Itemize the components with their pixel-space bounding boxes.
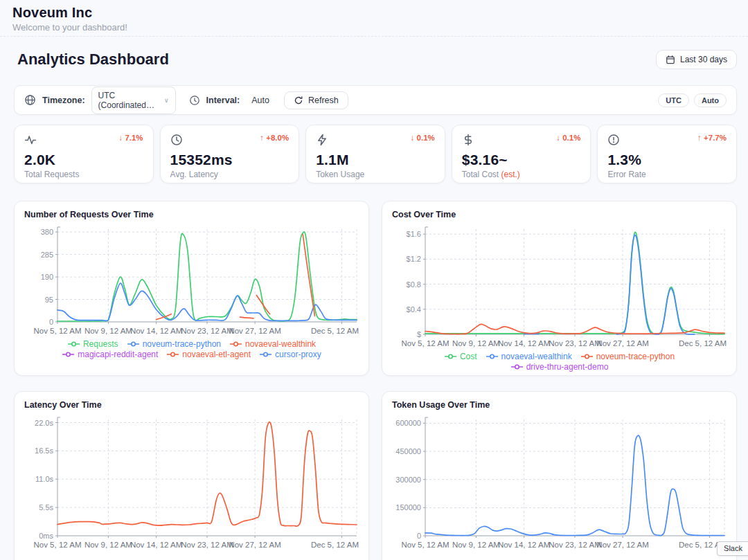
page-head: Analytics Dashboard Last 30 days [17,48,737,71]
delta-badge: ↓ 0.1% [556,134,580,142]
legend-item[interactable]: novaeval-etl-agent [166,350,251,359]
legend-marker-icon [166,351,179,358]
svg-text:Nov 14, 12 AM: Nov 14, 12 AM [498,339,550,347]
chart-canvas-tokens[interactable]: 0150000300000450000600000Nov 5, 12 AMNov… [392,413,728,551]
legend-marker-icon [229,341,242,347]
dollar-icon [462,134,474,149]
legend-item[interactable]: Cost [444,352,477,361]
svg-text:Nov 5, 12 AM: Nov 5, 12 AM [33,541,81,549]
svg-text:600000: 600000 [395,419,421,427]
timezone-select[interactable]: UTC (Coordinated… ∨ [91,87,176,114]
delta-badge: ↓ 7.1% [118,134,143,142]
chart-canvas-requests[interactable]: 095190285380Nov 5, 12 AMNov 9, 12 AMNov … [24,222,360,337]
svg-text:Nov 23, 12 AM: Nov 23, 12 AM [181,327,233,335]
clock-icon [170,134,183,149]
svg-text:450000: 450000 [395,447,421,455]
chart-card-requests: Number of Requests Over Time 09519028538… [14,201,369,376]
svg-text:Nov 27, 12 AM: Nov 27, 12 AM [596,339,648,347]
toolbar: Timezone: UTC (Coordinated… ∨ Interval: … [14,85,737,115]
interval-label: Interval: [206,96,240,105]
delta-badge: ↓ 0.1% [411,134,435,142]
legend-item[interactable]: novaeval-wealthink [486,352,572,361]
svg-text:Nov 14, 12 AM: Nov 14, 12 AM [498,541,550,549]
stat-label: Total Cost (est.) [462,170,581,179]
date-range-button[interactable]: Last 30 days [656,50,737,69]
legend-marker-icon [67,341,80,347]
stat-label: Error Rate [607,170,727,179]
interval-value: Auto [251,96,269,105]
stat-card-error-rate: ↑ +7.7% 1.3% Error Rate [597,125,737,183]
legend-item[interactable]: cursor-proxy [259,350,321,359]
svg-text:$1.2: $1.2 [407,255,421,263]
legend-item[interactable]: noveum-trace-python [127,339,221,349]
svg-text:Nov 23, 12 AM: Nov 23, 12 AM [549,339,600,347]
utc-badge: UTC [658,93,689,107]
svg-text:0ms: 0ms [39,532,53,540]
svg-text:5.5s: 5.5s [39,503,53,512]
legend-item[interactable]: magicapi-reddit-agent [62,350,158,359]
activity-icon [24,134,37,149]
svg-text:150000: 150000 [395,503,421,512]
svg-text:95: 95 [45,296,53,304]
alert-circle-icon [607,134,620,149]
chart-card-cost: Cost Over Time $$0.4$0.8$1.2$1.6Nov 5, 1… [382,201,737,376]
chart-card-latency: Latency Over Time 0ms5.5s11.0s16.5s22.0s… [14,391,369,560]
stat-value: 1.1M [316,152,435,168]
stat-card-token-usage: ↓ 0.1% 1.1M Token Usage [305,125,445,183]
chart-title: Cost Over Time [392,210,727,219]
legend-item[interactable]: noveum-trace-python [580,352,675,361]
svg-text:0: 0 [49,318,53,326]
svg-text:Nov 14, 12 AM: Nov 14, 12 AM [130,327,182,335]
chart-title: Token Usage Over Time [392,400,727,410]
svg-text:$0.4: $0.4 [407,305,421,314]
analytics-dashboard-app: Noveum Inc Welcome to your dashboard! An… [0,0,748,560]
svg-text:Dec 5, 12 AM: Dec 5, 12 AM [311,541,359,549]
stat-label: Total Requests [24,170,143,179]
clock-icon [189,95,200,106]
svg-text:Nov 23, 12 AM: Nov 23, 12 AM [181,541,233,549]
stat-label: Avg. Latency [170,170,290,179]
delta-badge: ↑ +8.0% [260,134,289,142]
stat-value: 1.3% [607,152,727,168]
svg-text:11.0s: 11.0s [35,475,54,483]
chart-canvas-cost[interactable]: $$0.4$0.8$1.2$1.6Nov 5, 12 AMNov 9, 12 A… [392,222,728,350]
page-title: Analytics Dashboard [17,51,169,69]
svg-text:16.5s: 16.5s [35,446,53,455]
svg-text:Nov 5, 12 AM: Nov 5, 12 AM [401,541,449,549]
legend-marker-icon [444,353,457,360]
svg-text:$1.6: $1.6 [407,230,421,238]
legend-item[interactable]: Requests [67,339,118,349]
legend-item[interactable]: drive-thru-agent-demo [510,362,609,372]
svg-text:285: 285 [41,251,53,259]
svg-text:Nov 5, 12 AM: Nov 5, 12 AM [401,339,449,347]
svg-text:Nov 23, 12 AM: Nov 23, 12 AM [549,541,600,549]
toolbar-badges: UTC Auto [658,93,727,107]
timezone-label: Timezone: [42,96,85,105]
svg-text:380: 380 [41,228,53,236]
legend-marker-icon [580,353,594,360]
legend-marker-icon [259,351,272,358]
legend-marker-icon [127,341,140,347]
refresh-button[interactable]: Refresh [284,91,348,109]
legend-item[interactable]: novaeval-wealthink [229,339,316,349]
legend-marker-icon [486,353,499,360]
svg-text:Nov 9, 12 AM: Nov 9, 12 AM [84,327,132,335]
chart-canvas-latency[interactable]: 0ms5.5s11.0s16.5s22.0sNov 5, 12 AMNov 9,… [24,413,360,551]
svg-text:Nov 27, 12 AM: Nov 27, 12 AM [229,541,280,549]
chart-card-tokens: Token Usage Over Time 015000030000045000… [382,391,737,560]
calendar-icon [666,55,675,64]
svg-text:Nov 9, 12 AM: Nov 9, 12 AM [452,541,500,549]
auto-badge: Auto [694,93,727,107]
svg-text:$: $ [417,330,421,338]
date-range-label: Last 30 days [680,55,727,64]
svg-text:300000: 300000 [395,476,421,484]
company-name: Noveum Inc [12,5,748,21]
svg-text:Nov 27, 12 AM: Nov 27, 12 AM [229,327,280,335]
svg-text:Nov 27, 12 AM: Nov 27, 12 AM [596,541,648,549]
svg-text:22.0s: 22.0s [35,419,53,427]
timezone-value: UTC (Coordinated… [98,91,161,110]
stat-value: 2.0K [24,152,143,168]
svg-text:$0.8: $0.8 [407,280,421,289]
legend-marker-icon [62,351,75,358]
refresh-icon [294,96,303,105]
